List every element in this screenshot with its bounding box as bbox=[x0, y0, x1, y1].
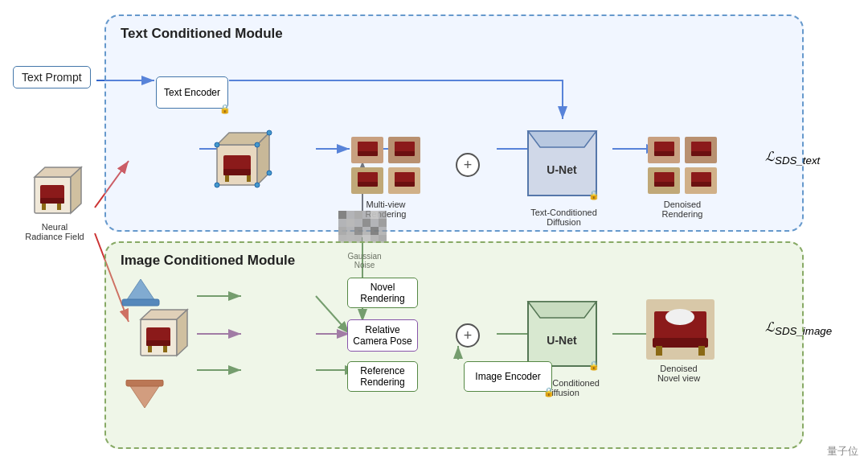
denoised-rendering-label: DenoisedRendering bbox=[646, 200, 719, 219]
svg-rect-74 bbox=[354, 227, 362, 235]
svg-rect-70 bbox=[371, 211, 379, 219]
svg-rect-58 bbox=[654, 151, 674, 156]
svg-rect-90 bbox=[146, 327, 170, 342]
svg-rect-48 bbox=[395, 182, 415, 187]
svg-point-34 bbox=[255, 183, 260, 187]
neural-radiance-field: NeuralRadiance Field bbox=[14, 161, 95, 241]
svg-rect-42 bbox=[358, 151, 378, 156]
neural-field-cube-svg bbox=[23, 161, 87, 219]
svg-rect-84 bbox=[57, 204, 61, 210]
reference-rendering-label: ReferenceRendering bbox=[360, 365, 404, 388]
loss-text-label: ℒSDS_text bbox=[765, 150, 820, 163]
svg-rect-57 bbox=[654, 142, 674, 153]
svg-rect-82 bbox=[40, 198, 64, 204]
novel-rendering-box: NovelRendering bbox=[347, 278, 418, 308]
svg-rect-95 bbox=[126, 380, 163, 386]
svg-marker-50 bbox=[528, 131, 596, 147]
denoised-rendering-text: DenoisedRendering bbox=[662, 200, 703, 219]
neural-field-text: NeuralRadiance Field bbox=[25, 222, 84, 241]
svg-rect-81 bbox=[40, 185, 64, 200]
svg-point-105 bbox=[665, 309, 694, 325]
denoised-svg bbox=[646, 135, 719, 195]
plus-circle-text: + bbox=[456, 153, 480, 177]
svg-rect-91 bbox=[146, 340, 170, 346]
loss-sds-image: ℒSDS_image bbox=[765, 319, 832, 337]
text-module-title: Text Conditioned Module bbox=[121, 26, 283, 42]
svg-rect-92 bbox=[148, 346, 152, 352]
image-encoder-label: Image Encoder bbox=[475, 371, 540, 382]
svg-point-35 bbox=[267, 130, 272, 135]
denoised-rendering-grid bbox=[646, 135, 719, 199]
svg-rect-28 bbox=[223, 169, 251, 175]
svg-rect-62 bbox=[654, 182, 674, 187]
unet-text-shape: U-Net 🔒 bbox=[524, 127, 600, 207]
text-prompt-label: Text Prompt bbox=[22, 71, 82, 84]
text-module-cube bbox=[201, 125, 273, 201]
svg-marker-94 bbox=[129, 384, 161, 408]
svg-rect-29 bbox=[225, 175, 229, 182]
loss-sds-text: ℒSDS_text bbox=[765, 149, 820, 167]
svg-rect-64 bbox=[691, 182, 711, 187]
image-conditioned-module: Image Conditioned Module bbox=[104, 241, 804, 449]
unet-text-svg: U-Net 🔒 bbox=[524, 127, 600, 204]
svg-rect-104 bbox=[698, 346, 705, 356]
camera-top-svg bbox=[121, 275, 161, 307]
diagram-container: Text Prompt Text Conditioned Module Text… bbox=[0, 0, 868, 465]
image-cube-svg bbox=[129, 303, 201, 376]
relative-camera-pose-label: RelativeCamera Pose bbox=[353, 324, 411, 347]
lock-icon-image-encoder: 🔒 bbox=[543, 387, 555, 397]
camera-bottom-svg bbox=[125, 380, 165, 412]
svg-text:U-Net: U-Net bbox=[547, 334, 577, 347]
svg-rect-93 bbox=[163, 346, 167, 352]
svg-rect-61 bbox=[654, 172, 674, 183]
svg-rect-67 bbox=[346, 219, 354, 227]
text-encoder-box: Text Encoder 🔒 bbox=[156, 76, 228, 109]
svg-rect-68 bbox=[354, 211, 362, 219]
svg-rect-44 bbox=[395, 151, 415, 156]
text-prompt-box: Text Prompt bbox=[13, 66, 91, 88]
image-module-title: Image Conditioned Module bbox=[121, 253, 295, 269]
image-module-cube-group bbox=[121, 275, 209, 436]
svg-rect-43 bbox=[395, 142, 415, 153]
neural-field-label: NeuralRadiance Field bbox=[25, 222, 84, 241]
denoised-novel-svg bbox=[646, 299, 714, 360]
denoised-novel-text: DenoisedNovel view bbox=[657, 364, 700, 383]
svg-rect-71 bbox=[379, 219, 387, 227]
svg-text:U-Net: U-Net bbox=[547, 163, 577, 176]
text-conditioned-label: Text-ConditionedDiffusion bbox=[526, 208, 602, 227]
svg-point-36 bbox=[267, 171, 272, 175]
text-conditioned-module: Text Conditioned Module Text Encoder 🔒 bbox=[104, 14, 804, 232]
text-conditioned-text: Text-ConditionedDiffusion bbox=[530, 208, 597, 227]
svg-rect-41 bbox=[358, 142, 378, 153]
lock-icon-text-encoder: 🔒 bbox=[219, 104, 231, 114]
svg-rect-46 bbox=[358, 182, 378, 187]
svg-rect-103 bbox=[656, 346, 662, 356]
denoised-novel-view-img bbox=[646, 299, 714, 360]
svg-marker-97 bbox=[528, 302, 596, 318]
multiview-svg bbox=[350, 135, 422, 195]
svg-rect-59 bbox=[691, 142, 711, 153]
svg-point-31 bbox=[215, 142, 219, 147]
svg-text:🔒: 🔒 bbox=[588, 189, 600, 200]
svg-rect-30 bbox=[247, 175, 251, 182]
image-encoder-box: Image Encoder 🔒 bbox=[464, 361, 552, 392]
svg-rect-47 bbox=[395, 172, 415, 183]
svg-rect-76 bbox=[371, 227, 379, 235]
svg-rect-66 bbox=[338, 211, 346, 219]
relative-camera-pose-box: RelativeCamera Pose bbox=[347, 319, 418, 352]
svg-rect-83 bbox=[42, 204, 46, 210]
watermark: 量子位 bbox=[827, 444, 858, 459]
svg-rect-45 bbox=[358, 172, 378, 183]
reference-rendering-box: ReferenceRendering bbox=[347, 361, 418, 392]
loss-image-label: ℒSDS_image bbox=[765, 320, 832, 334]
svg-rect-69 bbox=[362, 219, 371, 227]
denoised-novel-view-label: DenoisedNovel view bbox=[641, 364, 717, 383]
text-encoder-label: Text Encoder bbox=[164, 87, 220, 98]
svg-rect-60 bbox=[691, 151, 711, 156]
novel-rendering-label: NovelRendering bbox=[360, 282, 404, 304]
svg-point-33 bbox=[215, 183, 219, 187]
svg-point-32 bbox=[255, 142, 260, 147]
svg-text:🔒: 🔒 bbox=[588, 360, 600, 371]
svg-rect-63 bbox=[691, 172, 711, 183]
plus-circle-image: + bbox=[456, 323, 480, 348]
